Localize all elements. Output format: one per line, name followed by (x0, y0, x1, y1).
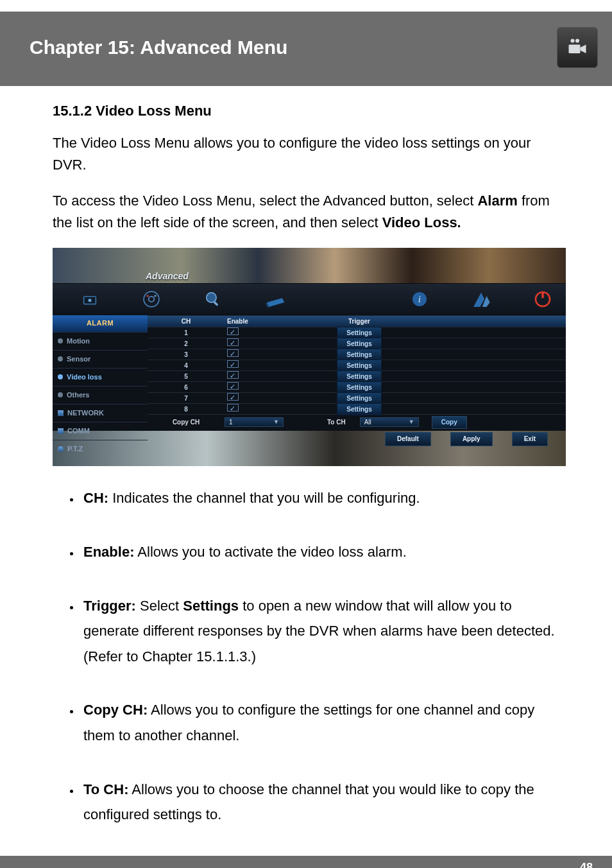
definition: Indicates the channel that you will be c… (108, 490, 420, 506)
chapter-title: Chapter 15: Advanced Menu (30, 37, 287, 58)
intro-paragraph: The Video Loss Menu allows you to config… (53, 132, 566, 176)
toolbar: i (53, 283, 566, 315)
cell-ch: 8 (148, 404, 225, 415)
sidebar-item-sensor[interactable]: Sensor (53, 350, 148, 368)
table-row: 6 Settings (148, 381, 566, 392)
svg-rect-0 (569, 45, 581, 54)
enable-checkbox[interactable] (227, 393, 239, 401)
enable-checkbox[interactable] (227, 349, 239, 357)
power-tab-icon[interactable] (529, 287, 557, 311)
term: Copy CH: (83, 702, 148, 718)
table-row: 8 Settings (148, 403, 566, 414)
sidebar-item-label: P.T.Z (67, 444, 83, 455)
search-tab-icon[interactable] (199, 287, 227, 311)
definition: Allows you to configure the settings for… (83, 702, 534, 743)
photo-backdrop-top (53, 248, 566, 283)
hdd-tab-icon[interactable] (260, 287, 289, 311)
page-number: 48 (0, 856, 612, 868)
sidebar-item-label: COMM (67, 426, 90, 437)
sidebar-item-label: Sensor (67, 354, 90, 365)
cell-ch: 1 (148, 328, 225, 338)
copy-row: Copy CH 1 ▼ To CH All ▼ Copy (148, 414, 566, 428)
svg-marker-1 (581, 45, 586, 54)
default-button[interactable]: Default (385, 432, 431, 446)
svg-marker-17 (473, 293, 484, 307)
enable-checkbox[interactable] (227, 404, 239, 412)
sidebar-item-others[interactable]: Others (53, 386, 148, 404)
to-ch-select[interactable]: All ▼ (360, 417, 419, 427)
sidebar-item-motion[interactable]: Motion (53, 332, 148, 350)
cell-ch: 6 (148, 383, 225, 393)
chevron-down-icon: ▼ (273, 418, 279, 427)
window-title: Advanced (146, 270, 189, 284)
svg-point-10 (154, 295, 156, 297)
cell-ch: 5 (148, 372, 225, 382)
svg-point-3 (575, 39, 579, 43)
sidebar-item-network[interactable]: NETWORK (53, 404, 148, 422)
col-header-ch: CH (148, 317, 225, 327)
table-row: 5 Settings (148, 370, 566, 381)
copy-ch-value: 1 (229, 417, 233, 428)
svg-marker-13 (267, 299, 284, 308)
table-row: 2 Settings (148, 338, 566, 349)
table-row: 1 Settings (148, 327, 566, 338)
dvr-screenshot: Advanced i (53, 248, 566, 466)
enable-checkbox[interactable] (227, 371, 239, 379)
info-tab-icon[interactable]: i (405, 287, 434, 311)
apply-button[interactable]: Apply (450, 432, 493, 446)
list-item: Trigger: Select Settings to open a new w… (81, 593, 566, 670)
access-text-1: To access the Video Loss Menu, select th… (53, 193, 477, 209)
copy-button[interactable]: Copy (432, 416, 467, 429)
access-bold-videoloss: Video Loss. (382, 214, 461, 230)
enable-checkbox[interactable] (227, 360, 239, 368)
chevron-down-icon: ▼ (409, 418, 414, 427)
term: CH: (83, 490, 108, 506)
sidebar-item-label: Video loss (67, 372, 102, 383)
definition-pre: Select (136, 598, 183, 614)
copy-ch-select[interactable]: 1 ▼ (225, 417, 284, 427)
access-paragraph: To access the Video Loss Menu, select th… (53, 190, 566, 234)
table-row: 7 Settings (148, 392, 566, 403)
list-item: To CH: Allows you to choose the channel … (81, 777, 566, 828)
list-item: CH: Indicates the channel that you will … (81, 485, 566, 511)
to-ch-value: All (364, 417, 371, 428)
section-heading: 15.1.2 Video Loss Menu (53, 100, 566, 122)
list-item: Enable: Allows you to activate the video… (81, 539, 566, 565)
definition: Allows you to choose the channel that yo… (83, 781, 534, 823)
cell-ch: 2 (148, 339, 225, 349)
sidebar-item-ptz[interactable]: P.T.Z (53, 440, 148, 458)
sidebar-item-videoloss[interactable]: Video loss (53, 368, 148, 386)
trigger-settings-button[interactable]: Settings (337, 403, 381, 416)
action-row: Default Apply Exit (148, 428, 566, 446)
col-header-trigger: Trigger (302, 317, 417, 327)
channel-table: CH Enable Trigger 1 Settings 2 S (148, 315, 566, 431)
to-ch-label: To CH (327, 417, 346, 428)
svg-rect-12 (213, 301, 218, 306)
svg-rect-20 (541, 292, 543, 299)
sidebar-item-label: Motion (67, 336, 90, 347)
access-bold-alarm: Alarm (477, 193, 517, 209)
svg-point-6 (88, 299, 91, 302)
term: To CH: (83, 781, 128, 797)
svg-point-2 (571, 39, 575, 43)
enable-checkbox[interactable] (227, 338, 239, 346)
enable-checkbox[interactable] (227, 382, 239, 390)
sidebar-item-comm[interactable]: COMM (53, 422, 148, 440)
col-header-enable: Enable (225, 317, 302, 327)
table-header-row: CH Enable Trigger (148, 315, 566, 327)
definition: Allows you to activate the video loss al… (134, 544, 406, 560)
sidebar-item-label: NETWORK (67, 408, 104, 419)
term: Trigger: (83, 598, 136, 614)
term-inner: Settings (183, 598, 239, 614)
svg-point-11 (207, 293, 216, 302)
exit-tab-icon[interactable] (467, 287, 495, 311)
camera-icon (557, 27, 598, 68)
exit-button[interactable]: Exit (512, 432, 548, 446)
cell-ch: 3 (148, 350, 225, 360)
sidebar-heading: ALARM (53, 315, 148, 331)
alarm-tab-icon[interactable] (76, 287, 104, 311)
definition-list: CH: Indicates the channel that you will … (53, 485, 566, 827)
enable-checkbox[interactable] (227, 327, 239, 335)
sidebar-item-label: Others (67, 390, 89, 401)
record-tab-icon[interactable] (137, 287, 166, 311)
